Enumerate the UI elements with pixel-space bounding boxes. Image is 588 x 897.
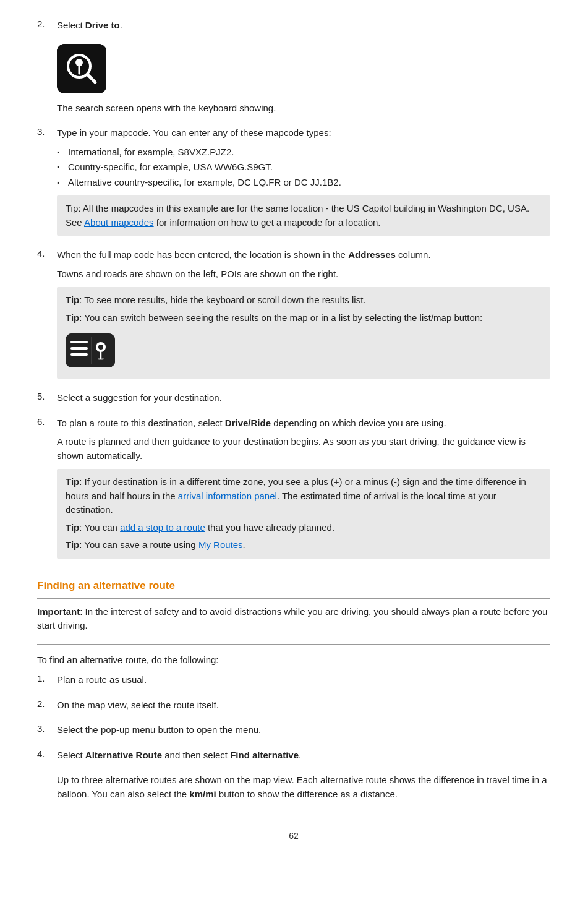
step-2-body: Select Drive to. The search sc <box>57 19 550 120</box>
step-3-tip-text: Tip: All the mapcodes in this example ar… <box>66 202 542 230</box>
svg-rect-4 <box>66 333 115 367</box>
drive-to-icon <box>57 44 106 93</box>
alt-step-3-body: Select the pop-up menu button to open th… <box>57 723 550 742</box>
svg-point-2 <box>75 59 83 66</box>
svg-rect-6 <box>70 347 88 350</box>
step-6-body: To plan a route to this destination, sel… <box>57 416 550 565</box>
alt-step-1: 1. Plan a route as usual. <box>37 673 550 692</box>
page-content: 2. Select Drive to. <box>37 19 550 841</box>
alt-step-4-body: Select Alternative Route and then select… <box>57 749 550 768</box>
alt-step-4: 4. Select Alternative Route and then sel… <box>37 749 550 768</box>
important-text: Important: In the interest of safety and… <box>37 605 550 633</box>
bullet-3: Alternative country-specific, for exampl… <box>57 176 550 190</box>
step-4-line2: Towns and roads are shown on the left, P… <box>57 267 550 281</box>
add-stop-link[interactable]: add a stop to a route <box>120 522 205 533</box>
step-5-number: 5. <box>37 391 57 410</box>
svg-rect-7 <box>70 353 88 356</box>
step-2-item: 2. Select Drive to. <box>37 19 550 120</box>
alt-route-steps: 1. Plan a route as usual. 2. On the map … <box>37 673 550 806</box>
bullet-1: International, for example, S8VXZ.PJZ2. <box>57 145 550 160</box>
step-3-body: Type in your mapcode. You can enter any … <box>57 126 550 242</box>
important-box: Important: In the interest of safety and… <box>37 598 550 645</box>
step-3-tip-box: Tip: All the mapcodes in this example ar… <box>57 195 550 236</box>
alt-step-3-num: 3. <box>37 723 57 742</box>
step-5-text: Select a suggestion for your destination… <box>57 391 550 405</box>
alt-step-2-num: 2. <box>37 698 57 718</box>
step-4-tip-box: Tip: To see more results, hide the keybo… <box>57 287 550 379</box>
step-4-body: When the full map code has been entered,… <box>57 248 550 385</box>
step-3-intro: Type in your mapcode. You can enter any … <box>57 126 550 140</box>
step-4-number: 4. <box>37 248 57 385</box>
about-mapcodes-link[interactable]: About mapcodes <box>84 217 154 228</box>
step-2-number: 2. <box>37 19 57 120</box>
step-3-number: 3. <box>37 126 57 242</box>
svg-point-10 <box>98 345 103 350</box>
step-6-line2: A route is planned and then guidance to … <box>57 435 550 463</box>
alt-route-heading: Finding an alternative route <box>37 580 550 592</box>
step-6-number: 6. <box>37 416 57 565</box>
step-2-caption: The search screen opens with the keyboar… <box>57 101 550 116</box>
alt-step-4-num: 4. <box>37 749 57 768</box>
alt-route-intro: To find an alternative route, do the fol… <box>37 653 550 667</box>
alt-step-5-num <box>37 773 57 806</box>
steps-list: 2. Select Drive to. <box>37 19 550 565</box>
alt-step-2: 2. On the map view, select the route its… <box>37 698 550 718</box>
alt-step-1-body: Plan a route as usual. <box>57 673 550 692</box>
step-2-text: Select Drive to. <box>57 19 550 33</box>
bullet-2: Country-specific, for example, USA WW6G.… <box>57 160 550 174</box>
step-6-tip1: Tip: If your destination is in a differe… <box>66 475 542 517</box>
svg-rect-0 <box>57 44 106 93</box>
step-5-body: Select a suggestion for your destination… <box>57 391 550 410</box>
svg-rect-5 <box>70 341 88 343</box>
alt-step-2-body: On the map view, select the route itself… <box>57 698 550 718</box>
step-4-tip1-text: : To see more results, hide the keyboard… <box>79 294 365 305</box>
step-4-tip2: Tip: You can switch between seeing the r… <box>66 311 542 325</box>
svg-point-12 <box>98 358 104 360</box>
step-6-tip3: Tip: You can save a route using My Route… <box>66 538 542 552</box>
alt-route-section: Finding an alternative route Important: … <box>37 580 550 807</box>
step-3-item: 3. Type in your mapcode. You can enter a… <box>37 126 550 242</box>
alt-step-5: Up to three alternative routes are shown… <box>37 773 550 806</box>
step-4-text: When the full map code has been entered,… <box>57 248 550 262</box>
alt-step-3: 3. Select the pop-up menu button to open… <box>37 723 550 742</box>
arrival-info-panel-link[interactable]: arrival information panel <box>178 491 277 501</box>
step-6-tip2: Tip: You can add a stop to a route that … <box>66 521 542 535</box>
step-4-item: 4. When the full map code has been enter… <box>37 248 550 385</box>
step-6-text: To plan a route to this destination, sel… <box>57 416 550 431</box>
alt-step-5-body: Up to three alternative routes are shown… <box>57 773 550 806</box>
list-map-button-icon <box>66 333 115 367</box>
step-4-tip1: Tip: To see more results, hide the keybo… <box>66 293 542 307</box>
page-number: 62 <box>37 831 550 841</box>
alt-step-1-num: 1. <box>37 673 57 692</box>
step-6-tip-box: Tip: If your destination is in a differe… <box>57 469 550 559</box>
step-6-item: 6. To plan a route to this destination, … <box>37 416 550 565</box>
step-5-item: 5. Select a suggestion for your destinat… <box>37 391 550 410</box>
my-routes-link[interactable]: My Routes <box>198 539 243 550</box>
step-3-bullets: International, for example, S8VXZ.PJZ2. … <box>57 145 550 190</box>
